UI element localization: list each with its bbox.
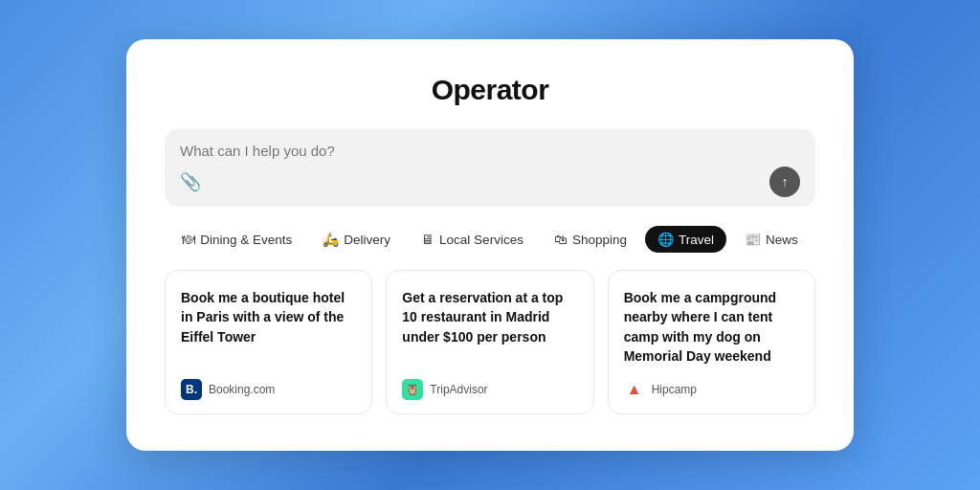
card-text-card3: Book me a campground nearby where I can … [624,288,799,366]
card-text-card1: Book me a boutique hotel in Paris with a… [181,288,356,366]
search-bottom-row: 📎 ↑ [180,167,800,197]
tab-label-news: News [766,233,798,247]
paperclip-icon[interactable]: 📎 [180,171,201,192]
category-tabs: 🍽Dining & Events🛵Delivery🖥Local Services… [169,226,810,253]
tab-dining[interactable]: 🍽Dining & Events [169,226,304,253]
shopping-icon: 🛍 [554,232,568,247]
tab-label-local: Local Services [439,233,523,247]
send-button[interactable]: ↑ [769,167,800,197]
tab-label-dining: Dining & Events [200,233,292,247]
tab-delivery[interactable]: 🛵Delivery [310,226,403,253]
tab-news[interactable]: 📰News [732,226,811,253]
service-name-card2: TripAdvisor [430,383,487,396]
card-footer-card3: ▲Hipcamp [624,379,799,400]
travel-icon: 🌐 [657,232,674,247]
main-card: Operator 📎 ↑ 🍽Dining & Events🛵Delivery🖥L… [126,39,854,451]
local-icon: 🖥 [421,232,434,247]
tab-travel[interactable]: 🌐Travel [645,226,726,253]
search-box: 📎 ↑ [165,129,815,207]
tab-shopping[interactable]: 🛍Shopping [542,226,639,253]
service-logo-card3: ▲ [624,379,645,400]
news-icon: 📰 [745,232,761,247]
tab-label-shopping: Shopping [572,233,627,247]
search-input[interactable] [180,143,800,159]
service-name-card3: Hipcamp [652,383,697,396]
suggestion-card-card1[interactable]: Book me a boutique hotel in Paris with a… [165,270,372,414]
cards-row: Book me a boutique hotel in Paris with a… [165,270,815,414]
tab-label-delivery: Delivery [344,233,390,247]
dining-icon: 🍽 [182,232,195,247]
tab-label-travel: Travel [679,233,714,247]
suggestion-card-card2[interactable]: Get a reservation at a top 10 restaurant… [386,270,593,414]
card-footer-card2: 🦉TripAdvisor [402,379,577,400]
service-logo-card1: B. [181,379,202,400]
card-footer-card1: B.Booking.com [181,379,356,400]
card-text-card2: Get a reservation at a top 10 restaurant… [402,288,577,366]
app-title: Operator [432,74,549,106]
suggestion-card-card3[interactable]: Book me a campground nearby where I can … [608,270,815,414]
delivery-icon: 🛵 [323,232,339,247]
tab-local[interactable]: 🖥Local Services [409,226,536,253]
service-logo-card2: 🦉 [402,379,423,400]
service-name-card1: Booking.com [209,383,275,396]
